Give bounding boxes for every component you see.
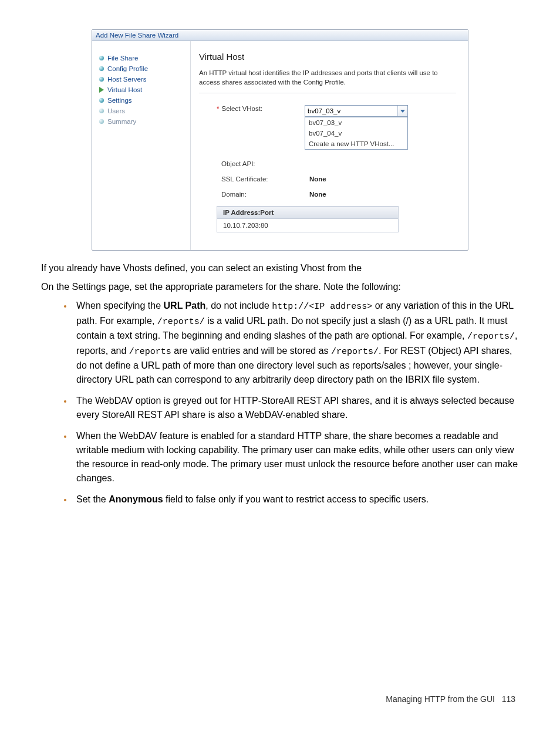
done-icon [99, 98, 104, 103]
step-summary[interactable]: Summary [99, 116, 190, 127]
list-item: When specifying the URL Path, do not inc… [73, 299, 519, 387]
row-domain: Domain: None [199, 191, 456, 198]
done-icon [99, 66, 104, 71]
pending-icon [99, 119, 104, 124]
select-vhost-input[interactable] [305, 106, 397, 116]
footer-section: Managing HTTP from the GUI [386, 694, 495, 704]
step-settings[interactable]: Settings [99, 95, 190, 106]
vhost-dropdown: bv07_03_v bv07_04_v Create a new HTTP VH… [305, 117, 408, 150]
step-users[interactable]: Users [99, 106, 190, 116]
ssl-value: None [309, 175, 326, 183]
wizard-step-list: File Share Config Profile Host Servers V… [92, 41, 191, 250]
paragraph: On the Settings page, set the appropriat… [41, 280, 519, 294]
dropdown-option[interactable]: Create a new HTTP VHost... [305, 139, 407, 149]
paragraph: If you already have Vhosts defined, you … [41, 261, 519, 275]
ip-row: 10.10.7.203:80 [217, 219, 399, 232]
row-object-api: Object API: [199, 160, 456, 167]
step-config-profile[interactable]: Config Profile [99, 63, 190, 74]
chevron-down-icon [400, 110, 405, 113]
list-item: The WebDAV option is greyed out for HTTP… [73, 394, 519, 422]
row-select-vhost: *Select VHost: bv07_03_v bv07_04_v Creat… [199, 105, 456, 117]
ssl-label: SSL Certificate: [199, 175, 309, 183]
document-body: If you already have Vhosts defined, you … [41, 261, 519, 507]
page-footer: Managing HTTP from the GUI 113 [41, 694, 519, 704]
select-vhost-combo[interactable] [305, 105, 408, 117]
list-item: When the WebDAV feature is enabled for a… [73, 429, 519, 485]
dropdown-option[interactable]: bv07_04_v [305, 128, 407, 139]
row-ssl: SSL Certificate: None [199, 175, 456, 183]
dropdown-trigger[interactable] [397, 106, 407, 116]
page-number: 113 [502, 694, 515, 704]
dropdown-option[interactable]: bv07_03_v [305, 117, 407, 128]
list-item: Set the Anonymous field to false only if… [73, 492, 519, 507]
pending-icon [99, 109, 104, 113]
step-host-servers[interactable]: Host Servers [99, 74, 190, 85]
step-file-share[interactable]: File Share [99, 53, 190, 63]
ip-header: IP Address:Port [217, 207, 399, 219]
wizard-content: Virtual Host An HTTP virtual host identi… [191, 41, 468, 250]
select-vhost-label: Select VHost: [221, 105, 262, 112]
panel-heading: Virtual Host [199, 52, 456, 62]
step-virtual-host[interactable]: Virtual Host [99, 85, 190, 95]
done-icon [99, 56, 104, 60]
done-icon [99, 77, 104, 82]
wizard-title: Add New File Share Wizard [92, 30, 468, 41]
domain-label: Domain: [199, 191, 309, 198]
required-icon: * [217, 105, 219, 112]
current-arrow-icon [99, 87, 104, 93]
object-api-label: Object API: [199, 160, 309, 167]
ip-address-table: IP Address:Port 10.10.7.203:80 [217, 206, 399, 232]
domain-value: None [309, 191, 326, 198]
svg-marker-0 [400, 110, 405, 113]
panel-description: An HTTP virtual host identifies the IP a… [199, 69, 456, 93]
wizard-dialog: Add New File Share Wizard File Share Con… [92, 29, 468, 251]
